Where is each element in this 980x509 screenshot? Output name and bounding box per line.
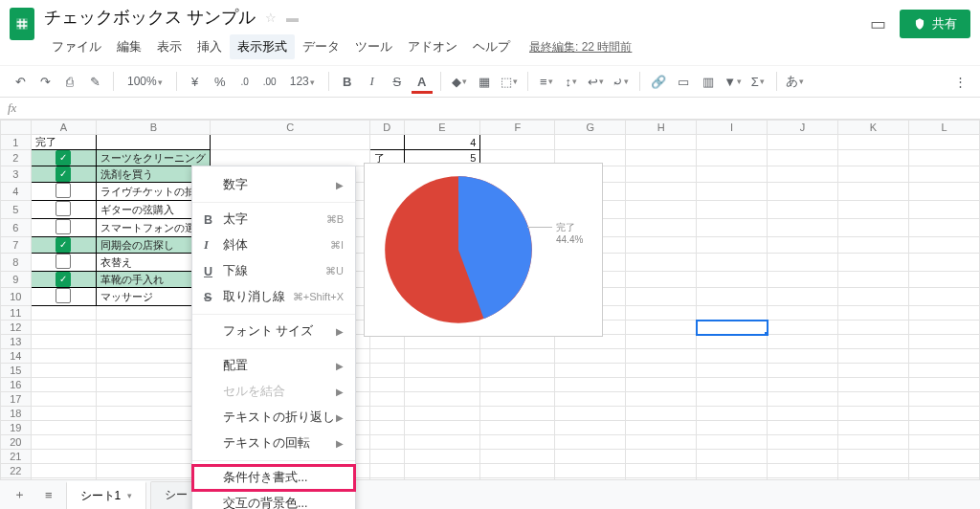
cell[interactable] [908, 201, 979, 219]
bold-button[interactable]: B [337, 71, 358, 92]
cell[interactable] [768, 272, 838, 288]
cell[interactable] [404, 464, 480, 478]
format-menu-item[interactable]: I斜体⌘I [192, 232, 355, 258]
link-button[interactable]: 🔗 [648, 71, 669, 92]
cell[interactable] [837, 407, 908, 421]
last-edit-link[interactable]: 最終編集: 22 時間前 [529, 39, 632, 55]
cell[interactable] [370, 435, 404, 450]
cell[interactable] [908, 237, 979, 254]
row-header-8[interactable]: 8 [1, 254, 32, 272]
cell[interactable] [837, 272, 908, 288]
cell[interactable] [697, 378, 768, 392]
merge-button[interactable]: ⬚▾ [499, 71, 520, 92]
row-header-15[interactable]: 15 [1, 364, 32, 378]
cell[interactable] [404, 407, 480, 421]
cell[interactable] [370, 364, 404, 378]
cell[interactable] [908, 435, 979, 450]
cell[interactable] [697, 464, 768, 478]
cell[interactable] [697, 254, 768, 272]
strike-button[interactable]: S [387, 71, 408, 92]
cell[interactable] [626, 407, 697, 421]
cell[interactable] [626, 450, 697, 464]
cell[interactable] [626, 349, 697, 364]
cell[interactable] [480, 135, 555, 150]
cell[interactable] [768, 254, 838, 272]
task-checkbox[interactable] [56, 183, 71, 198]
menu-編集[interactable]: 編集 [109, 34, 149, 59]
cell[interactable] [555, 450, 626, 464]
col-header-F[interactable]: F [480, 121, 555, 135]
cell[interactable] [31, 392, 97, 407]
menu-アドオン[interactable]: アドオン [400, 34, 465, 59]
cell[interactable] [768, 237, 838, 254]
cell[interactable] [837, 321, 908, 335]
cell[interactable] [555, 464, 626, 478]
row-header-2[interactable]: 2 [1, 150, 32, 166]
format-menu-item[interactable]: テキストの回転▶ [192, 431, 355, 456]
cell[interactable] [480, 435, 555, 450]
task-checkbox[interactable] [56, 272, 71, 287]
cell[interactable] [908, 407, 979, 421]
cell[interactable] [31, 464, 97, 478]
task-checkbox[interactable] [56, 201, 71, 216]
cell[interactable] [768, 450, 838, 464]
menu-データ[interactable]: データ [295, 34, 347, 59]
format-menu-item[interactable]: フォント サイズ▶ [192, 319, 355, 344]
cell[interactable] [697, 150, 768, 166]
cell[interactable] [555, 135, 626, 150]
cell[interactable] [768, 421, 838, 435]
cell[interactable] [555, 364, 626, 378]
cell[interactable] [211, 150, 370, 166]
format-menu-item[interactable]: 配置▶ [192, 353, 355, 379]
paint-format-button[interactable]: ✎ [84, 71, 105, 92]
cell[interactable] [31, 421, 97, 435]
cell[interactable] [837, 237, 908, 254]
comments-icon[interactable]: ▭ [870, 13, 886, 34]
cell[interactable] [768, 407, 838, 421]
cell[interactable] [697, 272, 768, 288]
cell[interactable] [626, 421, 697, 435]
task-checkbox[interactable] [56, 219, 71, 234]
cell[interactable] [837, 349, 908, 364]
cell[interactable] [697, 219, 768, 237]
cell[interactable] [31, 364, 97, 378]
cell[interactable] [768, 378, 838, 392]
col-header-G[interactable]: G [555, 121, 626, 135]
cell[interactable] [837, 166, 908, 183]
cell[interactable] [768, 364, 838, 378]
row-header-20[interactable]: 20 [1, 435, 32, 450]
add-sheet-button[interactable]: ＋ [8, 486, 32, 503]
toolbar-overflow-button[interactable]: ⋮ [949, 71, 970, 92]
cell[interactable] [837, 135, 908, 150]
menu-ツール[interactable]: ツール [347, 34, 400, 59]
cell[interactable] [697, 237, 768, 254]
cell[interactable] [837, 364, 908, 378]
format-menu-item[interactable]: 条件付き書式... [192, 465, 355, 491]
row-header-22[interactable]: 22 [1, 464, 32, 478]
cell[interactable] [697, 321, 768, 335]
cell[interactable] [626, 272, 697, 288]
cell[interactable] [768, 306, 838, 321]
cell[interactable] [31, 254, 97, 272]
pie-chart[interactable]: 完了 44.4% [364, 163, 603, 337]
cell[interactable] [31, 306, 97, 321]
task-checkbox[interactable] [56, 237, 71, 253]
cell[interactable] [768, 219, 838, 237]
cell[interactable] [555, 421, 626, 435]
cell[interactable] [370, 464, 404, 478]
cell[interactable] [31, 335, 97, 349]
cell[interactable] [480, 450, 555, 464]
star-icon[interactable]: ☆ [265, 11, 277, 25]
row-header-11[interactable]: 11 [1, 306, 32, 321]
col-header-D[interactable]: D [370, 121, 404, 135]
cell[interactable] [404, 364, 480, 378]
cell[interactable] [908, 364, 979, 378]
cell[interactable] [837, 183, 908, 201]
cell[interactable] [626, 464, 697, 478]
decrease-decimal-button[interactable]: .0 [234, 71, 256, 92]
cell[interactable] [768, 392, 838, 407]
format-menu-item[interactable]: S取り消し線⌘+Shift+X [192, 284, 355, 310]
more-formats-button[interactable]: 123▾ [284, 75, 321, 88]
cell[interactable] [404, 450, 480, 464]
cell[interactable] [370, 450, 404, 464]
